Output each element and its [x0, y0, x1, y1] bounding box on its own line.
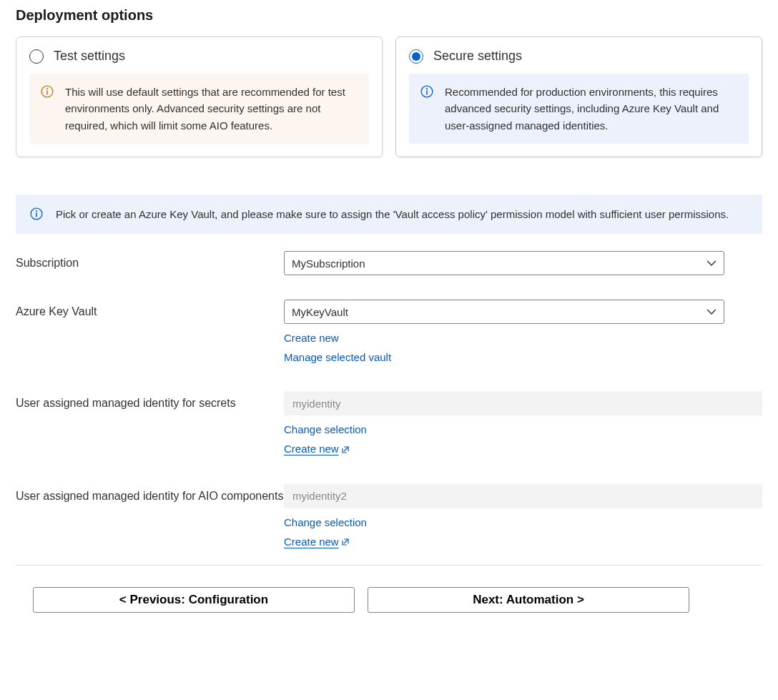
- info-text-secure: Recommended for production environments,…: [445, 84, 737, 134]
- radio-secure-settings[interactable]: [409, 49, 423, 64]
- option-card-secure-settings[interactable]: Secure settings Recommended for producti…: [395, 36, 762, 157]
- keyvault-label: Azure Key Vault: [16, 300, 284, 320]
- identity-aio-field: myidentity2: [284, 484, 762, 508]
- external-link-icon: [341, 533, 350, 552]
- option-card-test-settings[interactable]: Test settings This will use default sett…: [16, 36, 383, 157]
- info-icon: [30, 207, 43, 220]
- keyvault-create-new-link[interactable]: Create new: [284, 328, 339, 347]
- identity-aio-change-link[interactable]: Change selection: [284, 513, 367, 532]
- next-button[interactable]: Next: Automation >: [368, 587, 689, 613]
- external-link-icon: [341, 440, 350, 460]
- info-icon: [41, 85, 54, 98]
- subscription-label: Subscription: [16, 251, 284, 271]
- subscription-value: MySubscription: [292, 257, 365, 270]
- chevron-down-icon: [706, 307, 717, 317]
- info-text-test: This will use default settings that are …: [65, 84, 358, 134]
- keyvault-select[interactable]: MyKeyVault: [284, 300, 724, 324]
- keyvault-banner: Pick or create an Azure Key Vault, and p…: [16, 194, 762, 234]
- previous-button[interactable]: < Previous: Configuration: [33, 587, 355, 613]
- identity-secrets-change-link[interactable]: Change selection: [284, 420, 367, 439]
- identity-secrets-create-link[interactable]: Create new: [284, 439, 350, 460]
- info-icon: [420, 85, 433, 98]
- banner-text: Pick or create an Azure Key Vault, and p…: [56, 206, 729, 222]
- info-box-secure: Recommended for production environments,…: [409, 74, 749, 144]
- svg-rect-2: [46, 90, 48, 94]
- svg-point-1: [46, 88, 48, 89]
- keyvault-manage-link[interactable]: Manage selected vault: [284, 347, 391, 367]
- identity-secrets-field: myidentity: [284, 391, 762, 415]
- deployment-options-row: Test settings This will use default sett…: [16, 36, 762, 157]
- keyvault-value: MyKeyVault: [292, 306, 348, 318]
- svg-rect-5: [426, 90, 428, 94]
- divider: [16, 565, 762, 566]
- svg-rect-8: [36, 212, 37, 217]
- info-box-test: This will use default settings that are …: [29, 74, 369, 144]
- page-title: Deployment options: [16, 7, 762, 24]
- svg-point-4: [426, 88, 428, 89]
- svg-point-7: [36, 210, 37, 212]
- identity-aio-create-link[interactable]: Create new: [284, 532, 350, 553]
- radio-test-settings[interactable]: [29, 49, 44, 64]
- identity-aio-label: User assigned managed identity for AIO c…: [16, 484, 284, 504]
- identity-secrets-label: User assigned managed identity for secre…: [16, 391, 284, 411]
- subscription-select[interactable]: MySubscription: [284, 251, 724, 275]
- option-title-secure: Secure settings: [433, 49, 522, 64]
- option-title-test: Test settings: [54, 49, 125, 64]
- chevron-down-icon: [706, 258, 717, 268]
